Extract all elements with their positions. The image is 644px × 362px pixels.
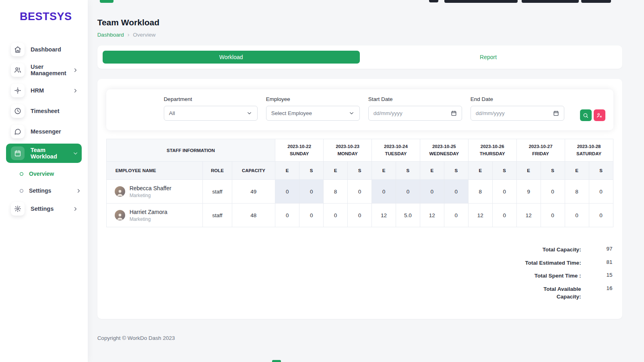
page-title: Team Workload [97, 18, 622, 27]
estimated-value-cell: 12 [372, 204, 396, 227]
role-cell: staff [203, 180, 232, 204]
start-date-placeholder: dd/mm/yyyy [374, 110, 402, 116]
gear-icon [11, 202, 25, 216]
avatar [115, 210, 125, 220]
role-header: ROLE [203, 162, 232, 180]
sidebar-item-label: Dashboard [31, 46, 78, 53]
spent-value-cell: 0 [589, 180, 613, 204]
estimated-value-cell: 0 [565, 204, 589, 227]
breadcrumb-current: Overview [133, 32, 155, 38]
staff-information-header: STAFF INFORMATION [106, 139, 275, 162]
estimated-value-cell: 0 [275, 180, 299, 204]
calendar-icon [451, 110, 457, 116]
users-icon [11, 63, 25, 77]
start-date-label: Start Date [368, 96, 462, 102]
employee-label: Employee [266, 96, 360, 102]
capacity-header: CAPACITY [232, 162, 275, 180]
spent-header: S [492, 162, 516, 180]
total-label: Total Estimated Time: [525, 259, 581, 267]
employee-select[interactable]: Select Employee [266, 106, 360, 121]
end-date-input[interactable]: dd/mm/yyyy [471, 106, 564, 121]
table-row: Harriet ZamoraMarketingstaff480000125.01… [106, 204, 613, 227]
employee-cell: Rebecca ShafferMarketing [106, 180, 203, 204]
total-row: Total Estimated Time:81 [525, 259, 613, 267]
breadcrumb-dashboard-link[interactable]: Dashboard [97, 32, 124, 38]
hrm-icon [11, 84, 25, 97]
sidebar-item-timesheet[interactable]: Timesheet [6, 101, 82, 121]
estimated-value-cell: 0 [420, 180, 444, 204]
sidebar-item-label: Settings [31, 206, 66, 212]
day-header: 2023-10-27FRIDAY [516, 139, 565, 162]
sidebar-item-dashboard[interactable]: Dashboard [6, 40, 82, 59]
sidebar-item-messenger[interactable]: Messenger [6, 122, 82, 141]
sidebar-item-label: Overview [29, 171, 82, 177]
sidebar-item-hrm[interactable]: HRM [6, 81, 82, 100]
chevron-right-icon [72, 206, 78, 212]
estimated-header: E [420, 162, 444, 180]
department-field: Department All [164, 96, 258, 121]
chevron-down-icon [72, 150, 78, 156]
spent-value-cell: 0 [348, 204, 372, 227]
chat-icon [14, 128, 21, 135]
spent-header: S [444, 162, 468, 180]
breadcrumb: Dashboard › Overview [97, 31, 622, 38]
sidebar-item-settings[interactable]: Settings [6, 199, 82, 218]
day-header: 2023-10-24TUESDAY [372, 139, 420, 162]
spent-value-cell: 0 [299, 180, 324, 204]
spent-value-cell: 0 [492, 180, 516, 204]
workload-table: STAFF INFORMATION2023-10-22SUNDAY2023-10… [106, 139, 613, 227]
topbar-partial-element [581, 0, 611, 3]
chevron-down-icon [349, 110, 355, 116]
role-cell: staff [203, 204, 232, 227]
employee-name-header: EMPLOYEE NAME [106, 162, 203, 180]
gear-icon [14, 205, 21, 212]
start-date-input[interactable]: dd/mm/yyyy [368, 106, 462, 121]
employee-department: Marketing [130, 193, 171, 198]
chevron-right-icon [76, 188, 82, 194]
circle-icon [19, 171, 24, 177]
sidebar-subitem-settings[interactable]: Settings [6, 182, 82, 199]
topbar-partial-element [429, 0, 438, 2]
day-header: 2023-10-26THURSDAY [468, 139, 516, 162]
spent-value-cell: 0 [299, 204, 324, 227]
tab-workload[interactable]: Workload [103, 51, 360, 64]
spent-value-cell: 0 [492, 204, 516, 227]
chevron-down-icon [246, 110, 252, 116]
estimated-value-cell: 12 [420, 204, 444, 227]
filter-card: Department All Employee Select Employee [106, 89, 613, 130]
sidebar-subitem-overview[interactable]: Overview [6, 165, 82, 182]
copyright-text: Copyright © WorkDo Dash 2023 [97, 335, 622, 341]
employee-cell: Harriet ZamoraMarketing [106, 204, 203, 227]
end-date-placeholder: dd/mm/yyyy [476, 110, 505, 116]
search-button[interactable] [580, 109, 592, 121]
sidebar: BESTSYS DashboardUser ManagementHRMTimes… [0, 0, 88, 362]
sidebar-item-user-management[interactable]: User Management [6, 60, 82, 80]
users-icon [14, 66, 21, 74]
total-value: 16 [581, 285, 613, 301]
estimated-header: E [275, 162, 299, 180]
employee-name: Harriet Zamora [130, 209, 167, 215]
sidebar-item-team-workload[interactable]: Team Workload [6, 144, 82, 163]
estimated-value-cell: 12 [516, 204, 541, 227]
total-label: Total Capacity: [525, 246, 581, 254]
estimated-header: E [468, 162, 492, 180]
clock-icon [11, 104, 25, 118]
sidebar-nav: DashboardUser ManagementHRMTimesheetMess… [6, 40, 82, 218]
reset-button[interactable] [594, 109, 605, 121]
circle-icon [19, 188, 24, 193]
bottom-partial-element [272, 360, 281, 362]
chat-icon [11, 125, 25, 138]
topbar-partial-element [522, 0, 579, 3]
spent-header: S [348, 162, 372, 180]
estimated-header: E [516, 162, 541, 180]
estimated-value-cell: 12 [468, 204, 492, 227]
department-label: Department [164, 96, 258, 102]
total-row: Total Spent Time :15 [525, 272, 613, 280]
capacity-cell: 49 [232, 180, 275, 204]
spent-value-cell: 0 [541, 180, 565, 204]
department-select[interactable]: All [164, 106, 258, 121]
app-window: BESTSYS DashboardUser ManagementHRMTimes… [0, 0, 644, 362]
breadcrumb-separator: › [128, 31, 130, 38]
avatar [115, 186, 125, 197]
tab-report[interactable]: Report [360, 51, 617, 64]
